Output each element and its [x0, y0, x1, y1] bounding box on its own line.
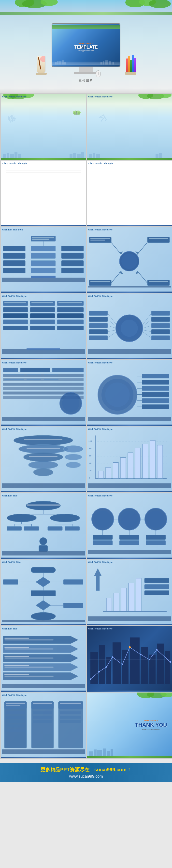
svg-rect-220	[39, 546, 48, 552]
svg-rect-265	[144, 585, 169, 589]
slide-14[interactable]: Click To Edit Title Style	[87, 493, 172, 559]
slide-18-label: Click To Edit Title Style	[88, 627, 113, 630]
svg-rect-337	[97, 750, 102, 756]
svg-rect-290	[141, 647, 148, 684]
template-title: TEMPLATE	[74, 45, 98, 50]
slide-18-diagram	[88, 632, 171, 689]
svg-rect-262	[136, 579, 141, 612]
svg-rect-169	[24, 439, 62, 440]
svg-rect-273	[4, 638, 29, 639]
svg-point-300	[98, 671, 100, 673]
svg-point-161	[29, 461, 58, 469]
svg-text:40: 40	[89, 462, 91, 464]
svg-rect-256	[2, 620, 85, 622]
svg-rect-323	[33, 716, 52, 719]
svg-rect-276	[4, 649, 54, 650]
svg-rect-222	[2, 551, 85, 556]
slide-thankyou[interactable]: PPTKOREAN THANK YOU www.pptkorean.com	[87, 692, 172, 758]
svg-point-303	[122, 664, 123, 665]
svg-rect-195	[88, 484, 171, 488]
template-url: www.pptkorean.com	[74, 50, 98, 52]
slide-10[interactable]: Click To Edit Title Style	[87, 360, 172, 426]
svg-point-160	[24, 453, 63, 462]
slide-3[interactable]: Click To Edit Title Style	[1, 160, 86, 226]
monitor-city-svg	[52, 58, 120, 65]
thankyou-city	[87, 744, 172, 756]
slide-10-blue-bar	[87, 425, 172, 426]
svg-rect-97	[58, 302, 82, 303]
svg-rect-64	[149, 238, 168, 239]
svg-text:20: 20	[89, 469, 91, 472]
slide-13-blue-bar	[1, 558, 86, 559]
slide-9-blue-bar	[1, 425, 86, 426]
svg-rect-318	[6, 729, 25, 732]
svg-point-302	[112, 656, 113, 658]
slide-19-label: Click To Edit Title Style	[2, 694, 27, 696]
svg-rect-326	[58, 702, 83, 709]
watermark-1: 练	[6, 113, 18, 125]
svg-rect-39	[96, 154, 100, 158]
svg-rect-11	[64, 62, 66, 64]
svg-line-115	[108, 326, 116, 328]
svg-rect-87	[30, 314, 55, 318]
svg-rect-124	[3, 368, 18, 372]
svg-rect-125	[20, 368, 50, 372]
slide-2[interactable]: Click To Edit Title Style 习	[87, 94, 172, 160]
svg-rect-48	[3, 268, 25, 273]
svg-rect-92	[3, 326, 28, 330]
svg-rect-327	[60, 703, 81, 704]
slide-9[interactable]: Click To Edit Title Style	[1, 360, 86, 426]
svg-rect-58	[2, 278, 85, 282]
slide-19[interactable]: Click To Edit Title Style	[1, 692, 86, 758]
svg-point-198	[7, 514, 36, 522]
svg-point-307	[156, 649, 157, 651]
slide-8[interactable]: Click To Edit Title Style	[87, 293, 172, 359]
svg-rect-49	[61, 246, 84, 251]
watermark-2: 习	[97, 113, 108, 125]
slide-8-blue-bar	[87, 358, 172, 359]
slide-11[interactable]: Click To Edit Title Style	[1, 427, 86, 492]
svg-rect-275	[4, 647, 29, 648]
slide-13[interactable]: Click Edit Title	[1, 493, 86, 559]
svg-rect-137	[27, 379, 41, 380]
svg-rect-278	[4, 658, 54, 659]
slide-5-blue-bar	[1, 291, 86, 293]
slide-6[interactable]: Click To Edit Title Style	[87, 227, 172, 293]
svg-rect-193	[150, 440, 155, 478]
svg-rect-32	[77, 154, 81, 158]
slide-2-label: Click To Edit Title Style	[88, 95, 113, 98]
slide-15-label: Click To Edit Title	[2, 561, 21, 563]
slide-17[interactable]: Click Edit Title	[1, 626, 86, 692]
slide-14-diagram	[88, 499, 171, 556]
svg-rect-146	[142, 380, 169, 384]
svg-point-162	[33, 469, 53, 476]
slide-17-label: Click Edit Title	[2, 627, 18, 630]
slide-12-diagram: 0 20 40 60 80 100	[88, 433, 171, 490]
svg-rect-313	[6, 705, 20, 706]
svg-rect-324	[33, 720, 52, 723]
slide-4-label: Click To Edit Title Style	[88, 162, 113, 165]
slide-7-blue-bar	[1, 358, 86, 359]
svg-rect-94	[57, 326, 84, 330]
svg-rect-281	[4, 674, 29, 675]
svg-text:100: 100	[88, 440, 92, 442]
slide-7-diagram	[2, 300, 85, 357]
svg-rect-33	[81, 152, 84, 158]
svg-rect-51	[61, 260, 84, 266]
svg-point-219	[39, 538, 47, 545]
slide-18[interactable]: Click To Edit Title Style	[87, 626, 172, 692]
slide-4[interactable]: Click To Edit Title Style	[87, 160, 172, 226]
svg-rect-258	[106, 598, 112, 612]
slide-1-label: Click To Edit Title Style	[2, 95, 27, 98]
svg-rect-234	[119, 540, 139, 545]
slide-5[interactable]: Click Edit Title Style	[1, 227, 86, 293]
svg-rect-264	[144, 579, 169, 583]
monitor-stand	[79, 67, 93, 72]
slide-16[interactable]: Click To Edit Title Style	[87, 560, 172, 625]
slide-15[interactable]: Click To Edit Title	[1, 560, 86, 625]
slide-1[interactable]: Click To Edit Title Style 练	[1, 94, 86, 160]
slide-7[interactable]: Click To Edit Title Style	[1, 293, 86, 359]
slide-12[interactable]: Click To Edit Title Style 0 20 40 60 80 …	[87, 427, 172, 492]
svg-rect-110	[151, 323, 170, 328]
svg-rect-83	[3, 308, 28, 312]
